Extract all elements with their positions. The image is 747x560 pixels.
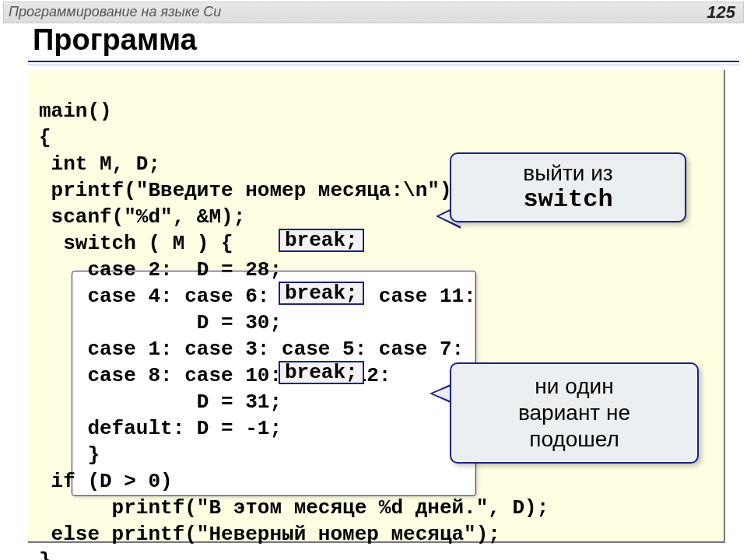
- break-keyword-1: break;: [279, 229, 364, 252]
- slide-heading: Программа: [33, 23, 197, 57]
- break-keyword-2: break;: [279, 282, 364, 305]
- heading-rule: [28, 61, 739, 65]
- code-box: main() { int M, D; printf("Введите номер…: [28, 70, 725, 543]
- break-keyword-3: break;: [279, 361, 364, 384]
- topbar-title: Программирование на языке Си: [9, 4, 221, 20]
- top-bar: Программирование на языке Си 125: [3, 2, 744, 23]
- slide: Программирование на языке Си 125 Програм…: [0, 0, 747, 560]
- page-number: 125: [707, 2, 735, 23]
- callout-1-line1: выйти из: [459, 160, 677, 187]
- callout-2-line1: ни один: [462, 373, 686, 400]
- callout-2-line3: подошел: [462, 426, 686, 453]
- callout-exit-switch: выйти из switch: [450, 152, 686, 222]
- callout-1-keyword: switch: [459, 187, 677, 213]
- callout-no-match: ни один вариант не подошел: [450, 362, 699, 464]
- callout-2-line2: вариант не: [462, 400, 686, 426]
